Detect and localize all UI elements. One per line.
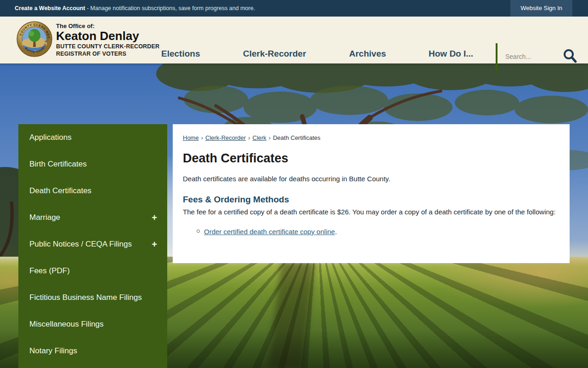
nav-elections[interactable]: Elections [161, 49, 200, 59]
utility-bar: Create a Website Account - Manage notifi… [0, 0, 588, 17]
sidebar-item-fees-pdf[interactable]: Fees (PDF) [18, 258, 167, 284]
sidebar-item-label: Marriage [29, 213, 60, 222]
bullet-icon [197, 230, 200, 233]
sidebar-item-label: Public Notices / CEQA Filings [29, 240, 132, 249]
sidebar-item-label: Birth Certificates [29, 160, 87, 169]
sidebar-item-label: Fees (PDF) [29, 266, 70, 276]
search-icon [562, 48, 578, 64]
breadcrumb-separator: › [201, 134, 203, 141]
sidebar-item-fictitious-business[interactable]: Fictitious Business Name Filings [18, 284, 167, 311]
fees-ordering-heading: Fees & Ordering Methods [183, 195, 559, 205]
content-panel: Home›Clerk-Recorder›Clerk›Death Certific… [173, 124, 570, 263]
site-header: COUNTY CLERK-RECORDER BUTTE COUNTY CA Th… [0, 17, 588, 63]
expand-plus-icon[interactable]: + [152, 239, 157, 250]
sidebar-item-applications[interactable]: Applications [18, 124, 167, 151]
sidebar-item-marriage[interactable]: Marriage+ [18, 204, 167, 231]
search-divider [496, 43, 498, 71]
create-account-rest: - Manage notification subscriptions, sav… [85, 5, 255, 12]
sidebar-item-label: Fictitious Business Name Filings [29, 293, 142, 302]
office-line2: REGISTRAR OF VOTERS [56, 51, 159, 57]
link-suffix: . [335, 228, 337, 236]
sidebar-item-label: Miscellaneous Filings [29, 320, 104, 329]
breadcrumb-home[interactable]: Home [183, 134, 199, 141]
create-account-bold: Create a Website Account [15, 5, 85, 12]
sidebar-item-public-notices[interactable]: Public Notices / CEQA Filings+ [18, 231, 167, 258]
sidebar-item-label: Death Certificates [29, 186, 91, 196]
nav-archives[interactable]: Archives [349, 49, 386, 59]
list-item: Order certified death certificate copy o… [204, 228, 559, 236]
breadcrumb-clerk[interactable]: Clerk [253, 134, 266, 141]
sidebar-item-miscellaneous-filings[interactable]: Miscellaneous Filings [18, 311, 167, 338]
breadcrumb: Home›Clerk-Recorder›Clerk›Death Certific… [183, 134, 559, 141]
office-line1: BUTTE COUNTY CLERK-RECORDER [56, 43, 159, 50]
nav-clerk-recorder[interactable]: Clerk-Recorder [243, 49, 306, 59]
ordering-options-list: Order certified death certificate copy o… [183, 228, 559, 236]
office-title-block: The Office of: Keaton Denlay BUTTE COUNT… [56, 23, 159, 57]
search-button[interactable] [561, 48, 579, 65]
sidebar-item-label: Notary Filings [29, 346, 77, 356]
breadcrumb-clerk-recorder[interactable]: Clerk-Recorder [205, 134, 246, 141]
page-title: Death Certificates [183, 151, 559, 166]
create-account-link[interactable]: Create a Website Account - Manage notifi… [15, 0, 255, 17]
sidebar-item-notary-filings[interactable]: Notary Filings [18, 338, 167, 364]
breadcrumb-separator: › [248, 134, 250, 141]
breadcrumb-current: Death Certificates [273, 134, 320, 141]
fees-paragraph: The fee for a certified copy of a death … [183, 208, 559, 216]
nav-how-do-i[interactable]: How Do I... [429, 49, 473, 59]
section-menu: Applications Birth Certificates Death Ce… [18, 124, 167, 368]
sidebar-item-label: Applications [29, 133, 72, 142]
intro-paragraph: Death certificates are available for dea… [183, 175, 559, 183]
search-input[interactable] [505, 50, 556, 63]
sidebar-item-birth-certificates[interactable]: Birth Certificates [18, 151, 167, 178]
officer-name: Keaton Denlay [56, 30, 159, 42]
expand-plus-icon[interactable]: + [152, 213, 157, 223]
sidebar-item-death-certificates[interactable]: Death Certificates [18, 178, 167, 204]
order-certificate-link[interactable]: Order certified death certificate copy o… [204, 228, 335, 236]
website-sign-in-button[interactable]: Website Sign In [510, 0, 572, 17]
county-seal-logo[interactable]: COUNTY CLERK-RECORDER BUTTE COUNTY CA [17, 21, 52, 57]
office-pretitle: The Office of: [56, 23, 159, 29]
breadcrumb-separator: › [269, 134, 271, 141]
